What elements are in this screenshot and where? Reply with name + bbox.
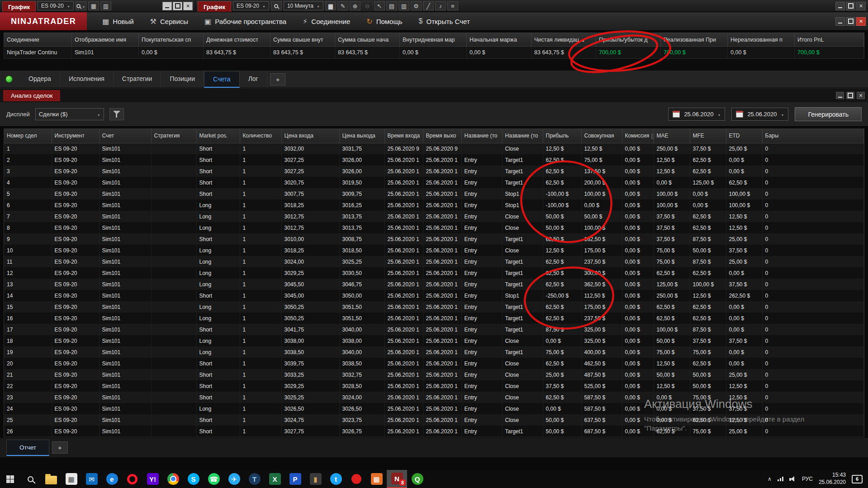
trendline-icon[interactable]: ╱ [423,1,434,10]
trade-row-18[interactable]: 18ES 09-20Sim101Long13038,003038,0025.06… [4,335,864,346]
minimize-button[interactable] [835,2,845,10]
chart-tab-right[interactable]: График [198,1,231,12]
trade-row-4[interactable]: 4ES 09-20Sim101Short13020,753019,5025.06… [4,177,864,188]
trade-row-11[interactable]: 11ES 09-20Sim101Long13024,003025,2525.06… [4,256,864,267]
chart-tab-left[interactable]: График [2,1,36,12]
add-report-tab-button[interactable]: + [52,441,68,454]
trade-row-22[interactable]: 22ES 09-20Sim101Short13029,253028,5025.0… [4,380,864,392]
thunderbird[interactable]: T [244,470,265,488]
trade-row-3[interactable]: 3ES 09-20Sim101Short13027,253026,0025.06… [4,166,864,177]
trades-col-8[interactable]: Цена выхода [339,129,384,143]
tab-executions[interactable]: Исполнения [60,71,114,88]
volume-icon[interactable] [789,476,796,482]
trade-row-14[interactable]: 14ES 09-20Sim101Short13045,003050,0025.0… [4,290,864,301]
accounts-col-header[interactable]: Покупательская сп [139,33,204,46]
trades-col-18[interactable]: ETD [726,129,762,143]
tab-log[interactable]: Лог [240,71,267,88]
app-p[interactable]: P [285,470,305,488]
yahoo[interactable]: Y! [142,470,163,488]
trade-row-5[interactable]: 5ES 09-20Sim101Short13007,753009,7525.06… [4,188,864,199]
trades-col-9[interactable]: Время входа [384,129,423,143]
tray-expand-icon[interactable] [768,476,772,482]
file-explorer[interactable] [41,470,61,488]
trade-row-8[interactable]: 8ES 09-20Sim101Long13012,753013,7525.06.… [4,222,864,233]
trade-row-7[interactable]: 7ES 09-20Sim101Long13012,753013,7525.06.… [4,211,864,222]
menu-workspaces[interactable]: ▣Рабочие пространства [204,17,286,26]
telegram[interactable]: ✈ [224,470,244,488]
accounts-row[interactable]: NinjaTrader ContinuSim1010,00 $83 643,75… [4,47,864,59]
accounts-col-header[interactable]: Начальная маржа [467,33,531,46]
menu-new[interactable]: ▦Новый [102,17,133,26]
trades-col-17[interactable]: MFE [690,129,726,143]
app-calculator[interactable]: ▦ [61,470,81,488]
app-record[interactable] [346,470,366,488]
network-icon[interactable] [778,477,783,481]
alerts-icon[interactable]: ♪ [435,1,446,10]
restore-button[interactable] [173,2,182,10]
close-button[interactable] [183,2,193,10]
panel-doc-icon[interactable]: ▥ [100,1,111,10]
display-select[interactable]: Сделки ($) [35,108,104,120]
opera[interactable] [122,470,142,488]
trade-row-26[interactable]: 26ES 09-20Sim101Short13027,753026,7525.0… [4,426,864,437]
accounts-col-header[interactable]: Итого PnL [795,33,864,46]
trade-row-1[interactable]: 1ES 09-20Sim101Short13032,003031,7525.06… [4,143,864,154]
start-button[interactable] [0,470,20,488]
language-indicator[interactable]: РУС [802,476,813,482]
skype[interactable]: S [183,470,204,488]
zoom-out-icon[interactable]: ⊖ [362,1,373,10]
trade-row-21[interactable]: 21ES 09-20Sim101Short13033,253032,7525.0… [4,369,864,380]
menu-open-account[interactable]: $Открыть Счет [419,17,470,25]
trade-row-9[interactable]: 9ES 09-20Sim101Short13010,003008,7525.06… [4,233,864,245]
edge[interactable]: e [102,470,122,488]
trades-col-2[interactable]: Инструмент [52,129,99,143]
panel-grid-icon[interactable]: ▦ [88,1,99,10]
trade-row-13[interactable]: 13ES 09-20Sim101Long13045,503046,7525.06… [4,279,864,290]
new-doc-icon[interactable]: ▥ [398,1,409,10]
trades-col-4[interactable]: Стратегия [151,129,196,143]
close-button[interactable] [857,92,865,99]
cursor-icon[interactable]: ↖ [374,1,385,10]
ninjatrader[interactable]: N8 [387,470,407,488]
trades-col-15[interactable]: Комиссия [622,129,654,143]
accounts-col-header[interactable]: Внутридневная мар [400,33,467,46]
accounts-col-header[interactable]: Реализованная При [661,33,728,46]
instrument-search-left[interactable] [76,1,86,10]
trade-row-25[interactable]: 25ES 09-20Sim101Short13024,753023,7525.0… [4,414,864,426]
filter-button[interactable] [109,108,124,120]
chart-settings-icon[interactable]: ⚙ [411,1,422,10]
draw-pencil-icon[interactable]: ✎ [337,1,348,10]
trades-col-6[interactable]: Количество [240,129,281,143]
restore-button[interactable] [846,2,855,10]
close-button[interactable] [856,17,866,26]
app-dark[interactable]: ▮ [305,470,326,488]
trades-col-19[interactable]: Бары [762,129,864,143]
trade-row-19[interactable]: 19ES 09-20Sim101Long13038,503040,0025.06… [4,346,864,358]
trade-row-24[interactable]: 24ES 09-20Sim101Long13026,503026,5025.06… [4,403,864,414]
trades-col-16[interactable]: MAE [654,129,690,143]
instrument-search-right[interactable] [271,1,282,10]
instrument-combo-right[interactable]: ES 09-20 [233,1,269,10]
minimize-button[interactable] [836,92,844,99]
trade-row-2[interactable]: 2ES 09-20Sim101Short13027,253026,0025.06… [4,154,864,166]
close-button[interactable] [856,2,866,10]
edit-doc-icon[interactable]: ▤ [386,1,397,10]
menu-connections[interactable]: ⚡Соединение [303,17,350,26]
indicators-icon[interactable]: ▆ [325,1,336,10]
taskbar-clock[interactable]: 15:43 25.06.2020 [819,472,846,486]
generate-button[interactable]: Генерировать [795,107,862,121]
restore-button[interactable] [846,92,854,99]
properties-list-icon[interactable]: ≡ [447,1,458,10]
trade-row-23[interactable]: 23ES 09-20Sim101Short13025,253024,0025.0… [4,392,864,403]
tab-strategies[interactable]: Стратегии [114,71,161,88]
trades-col-12[interactable]: Название (то [502,129,543,143]
trades-col-13[interactable]: Прибыль [543,129,581,143]
accounts-col-header[interactable]: Сумма свыше внут [270,33,335,46]
restore-button[interactable] [846,17,855,26]
chrome[interactable] [163,470,183,488]
tab-positions[interactable]: Позиции [161,71,204,88]
date-from-picker[interactable]: 25.06.2020 [668,108,725,121]
app-green[interactable]: Q [407,470,427,488]
trade-row-17[interactable]: 17ES 09-20Sim101Short13041,753040,0025.0… [4,324,864,335]
filter-dropdown-icon[interactable] [651,133,654,139]
